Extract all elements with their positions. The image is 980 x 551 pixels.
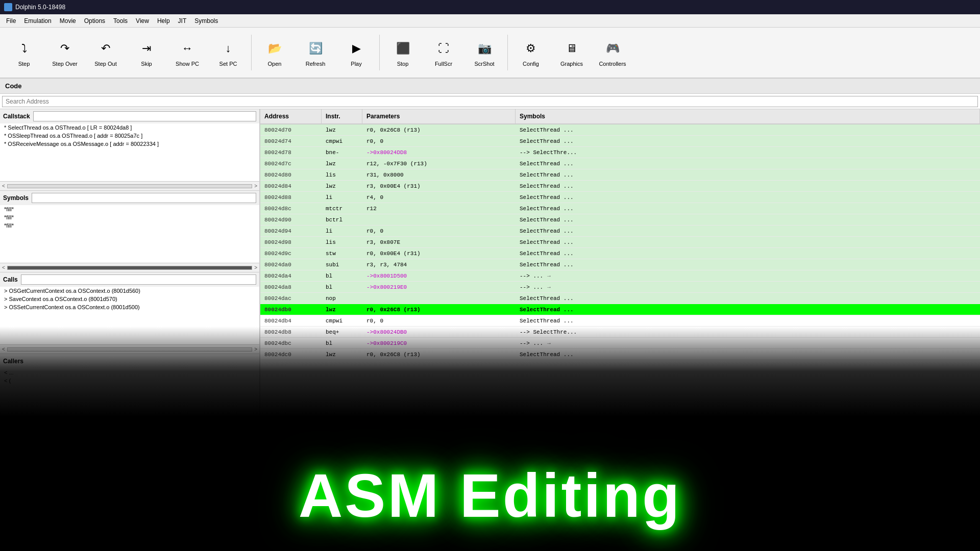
col-symbols: Symbols [516, 109, 980, 123]
toolbar-btn-step[interactable]: ⤵Step [4, 30, 44, 75]
toolbar-btn-scrshot[interactable]: 📷ScrShot [464, 30, 504, 75]
disasm-sym: --> SelectThre... [516, 149, 980, 156]
step-over-icon: ↷ [55, 38, 75, 59]
list-item[interactable]: * OSReceiveMessage os.a OSMessage.o [ ad… [0, 140, 259, 148]
controllers-icon: 🎮 [602, 38, 623, 59]
disasm-instr: lwz [322, 161, 362, 167]
toolbar-btn-graphics[interactable]: 🖥Graphics [552, 30, 592, 75]
callstack-list: * SelectThread os.a OSThread.o [ LR = 80… [0, 123, 259, 181]
list-item[interactable]: *fill* [0, 205, 259, 213]
disasm-instr: bctrl [322, 217, 362, 223]
disasm-params: r4, 0 [362, 194, 516, 201]
search-input[interactable] [2, 96, 978, 107]
config-icon: ⚙ [521, 38, 541, 59]
disasm-addr: 80024da8 [260, 284, 322, 290]
disasm-sym: --> ...→ [516, 273, 980, 279]
toolbar-btn-stop[interactable]: ⬛Stop [383, 30, 423, 75]
menu-item-options[interactable]: Options [80, 16, 109, 26]
play-icon: ▶ [346, 38, 366, 59]
toolbar-btn-step-out[interactable]: ↶Step Out [86, 30, 126, 75]
menu-item-tools[interactable]: Tools [109, 16, 132, 26]
disasm-row[interactable]: 80024d88lir4, 0SelectThread ... [260, 192, 980, 203]
asm-editing-text: ASM Editing [299, 460, 682, 531]
menu-item-view[interactable]: View [132, 16, 153, 26]
symbols-scroll-left[interactable]: < [2, 265, 5, 270]
step-label: Step [18, 61, 30, 67]
disasm-row[interactable]: 80024d8cmtctrr12SelectThread ... [260, 203, 980, 214]
disasm-params: r0, 0x00E4 (r31) [362, 251, 516, 257]
disasm-instr: bne- [322, 149, 362, 156]
disasm-row[interactable]: 80024d9cstwr0, 0x00E4 (r31)SelectThread … [260, 248, 980, 259]
disasm-sym: SelectThread ... [516, 262, 980, 268]
toolbar-btn-controllers[interactable]: 🎮Controllers [593, 30, 632, 75]
callstack-scroll-right[interactable]: > [254, 183, 257, 189]
menu-item-help[interactable]: Help [153, 16, 174, 26]
scrshot-icon: 📷 [474, 38, 495, 59]
menu-item-movie[interactable]: Movie [56, 16, 80, 26]
disasm-addr: 80024db4 [260, 318, 322, 324]
disasm-row[interactable]: 80024da4bl->0x8001D500--> ...→ [260, 270, 980, 282]
code-section-header: Code [0, 79, 980, 94]
callstack-scroll-scrollbar[interactable] [7, 184, 252, 188]
disasm-instr: bl [322, 284, 362, 290]
disasm-row[interactable]: 80024d90bctrlSelectThread ... [260, 214, 980, 226]
disasm-row[interactable]: 80024d80lisr31, 0x8000SelectThread ... [260, 169, 980, 181]
disasm-row[interactable]: 80024d74cmpwir0, 0SelectThread ... [260, 136, 980, 147]
disasm-row[interactable]: 80024d78bne-->0x80024DD8--> SelectThre..… [260, 147, 980, 158]
callstack-section: Callstack * SelectThread os.a OSThread.o… [0, 109, 259, 191]
menu-item-jit[interactable]: JIT [174, 16, 191, 26]
callstack-label: Callstack [3, 113, 30, 120]
toolbar-btn-set-pc[interactable]: ↓Set PC [208, 30, 248, 75]
step-icon: ⤵ [14, 38, 34, 59]
disasm-addr: 80024dac [260, 295, 322, 302]
toolbar-btn-fullscr[interactable]: ⛶FullScr [424, 30, 463, 75]
menu-item-file[interactable]: File [2, 16, 20, 26]
callstack-input[interactable] [33, 111, 256, 121]
disasm-row[interactable]: 80024d70lwzr0, 0x26C8 (r13)SelectThread … [260, 124, 980, 136]
list-item[interactable]: *fill* [0, 221, 259, 230]
symbols-input[interactable] [32, 193, 256, 203]
toolbar-btn-show-pc[interactable]: ↔Show PC [167, 30, 207, 75]
list-item[interactable]: > SaveContext os.a OSContext.o (8001d570… [0, 295, 259, 303]
disasm-row[interactable]: 80024da0subir3, r3, 4784SelectThread ... [260, 259, 980, 270]
config-label: Config [523, 61, 539, 67]
disasm-sym: SelectThread ... [516, 194, 980, 201]
toolbar-btn-refresh[interactable]: 🔄Refresh [296, 30, 335, 75]
step-out-label: Step Out [94, 61, 116, 67]
disasm-addr: 80024da0 [260, 262, 322, 268]
toolbar-btn-skip[interactable]: ⇥Skip [127, 30, 166, 75]
menu-item-emulation[interactable]: Emulation [20, 16, 55, 26]
symbols-scroll: < > [0, 263, 259, 272]
disasm-row[interactable]: 80024db4cmpwir0, 0SelectThread ... [260, 315, 980, 327]
disasm-params: r3, r3, 4784 [362, 262, 516, 268]
disasm-instr: li [322, 228, 362, 234]
toolbar-sep-9 [379, 35, 380, 70]
calls-input[interactable] [21, 274, 256, 285]
list-item[interactable]: *fill* [0, 213, 259, 221]
disasm-addr: 80024d94 [260, 228, 322, 234]
toolbar-btn-config[interactable]: ⚙Config [511, 30, 551, 75]
refresh-label: Refresh [306, 61, 326, 67]
disasm-addr: 80024d7c [260, 161, 322, 167]
symbols-scroll-right[interactable]: > [254, 265, 257, 270]
controllers-label: Controllers [599, 61, 626, 67]
toolbar-btn-step-over[interactable]: ↷Step Over [45, 30, 85, 75]
disasm-row[interactable]: 80024dacnopSelectThread ... [260, 293, 980, 304]
disasm-row[interactable]: 80024d98lisr3, 0x807ESelectThread ... [260, 237, 980, 248]
list-item[interactable]: * SelectThread os.a OSThread.o [ LR = 80… [0, 123, 259, 132]
list-item[interactable]: > OSGetCurrentContext os.a OSContext.o (… [0, 287, 259, 295]
disasm-row[interactable]: 80024d84lwzr3, 0x00E4 (r31)SelectThread … [260, 181, 980, 192]
list-item[interactable]: > OSSetCurrentContext os.a OSContext.o (… [0, 303, 259, 311]
list-item[interactable]: * OSSleepThread os.a OSThread.o [ addr =… [0, 132, 259, 140]
disasm-addr: 80024d70 [260, 127, 322, 133]
disasm-row[interactable]: 80024d94lir0, 0SelectThread ... [260, 226, 980, 237]
symbols-scroll-scrollbar[interactable] [7, 266, 252, 270]
toolbar-btn-open[interactable]: 📂Open [255, 30, 295, 75]
toolbar-btn-play[interactable]: ▶Play [336, 30, 376, 75]
callstack-scroll-left[interactable]: < [2, 183, 5, 189]
disasm-row[interactable]: 80024da8bl->0x800219E0--> ...→ [260, 282, 980, 293]
disasm-row[interactable]: 80024d7clwzr12, -0x7F30 (r13)SelectThrea… [260, 158, 980, 169]
disasm-row[interactable]: 80024db0lwzr0, 0x26C8 (r13)SelectThread … [260, 304, 980, 315]
menu-item-symbols[interactable]: Symbols [190, 16, 222, 26]
disasm-instr: nop [322, 295, 362, 302]
